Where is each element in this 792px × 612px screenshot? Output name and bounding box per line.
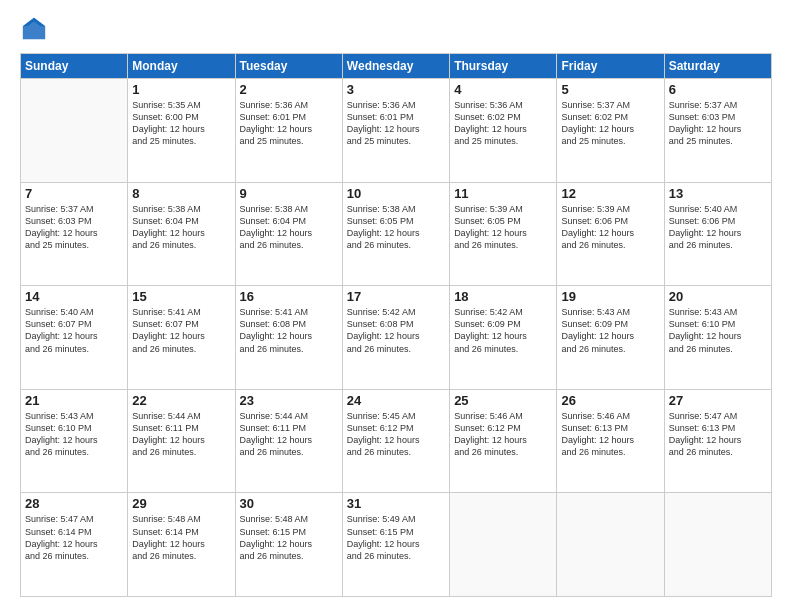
calendar-cell: 15Sunrise: 5:41 AMSunset: 6:07 PMDayligh… — [128, 286, 235, 390]
calendar-cell: 19Sunrise: 5:43 AMSunset: 6:09 PMDayligh… — [557, 286, 664, 390]
day-info: Sunrise: 5:43 AMSunset: 6:10 PMDaylight:… — [25, 410, 123, 459]
day-info: Sunrise: 5:43 AMSunset: 6:09 PMDaylight:… — [561, 306, 659, 355]
weekday-header-friday: Friday — [557, 54, 664, 79]
day-number: 17 — [347, 289, 445, 304]
day-number: 3 — [347, 82, 445, 97]
calendar-cell: 7Sunrise: 5:37 AMSunset: 6:03 PMDaylight… — [21, 182, 128, 286]
day-number: 25 — [454, 393, 552, 408]
day-number: 23 — [240, 393, 338, 408]
day-number: 20 — [669, 289, 767, 304]
day-number: 22 — [132, 393, 230, 408]
day-number: 7 — [25, 186, 123, 201]
weekday-header-tuesday: Tuesday — [235, 54, 342, 79]
day-info: Sunrise: 5:46 AMSunset: 6:13 PMDaylight:… — [561, 410, 659, 459]
day-number: 14 — [25, 289, 123, 304]
calendar-body: 1Sunrise: 5:35 AMSunset: 6:00 PMDaylight… — [21, 79, 772, 597]
day-info: Sunrise: 5:36 AMSunset: 6:01 PMDaylight:… — [240, 99, 338, 148]
calendar-cell: 22Sunrise: 5:44 AMSunset: 6:11 PMDayligh… — [128, 389, 235, 493]
calendar-cell: 3Sunrise: 5:36 AMSunset: 6:01 PMDaylight… — [342, 79, 449, 183]
day-info: Sunrise: 5:36 AMSunset: 6:02 PMDaylight:… — [454, 99, 552, 148]
calendar-cell: 12Sunrise: 5:39 AMSunset: 6:06 PMDayligh… — [557, 182, 664, 286]
calendar-cell: 29Sunrise: 5:48 AMSunset: 6:14 PMDayligh… — [128, 493, 235, 597]
calendar-cell: 6Sunrise: 5:37 AMSunset: 6:03 PMDaylight… — [664, 79, 771, 183]
calendar-cell: 18Sunrise: 5:42 AMSunset: 6:09 PMDayligh… — [450, 286, 557, 390]
day-info: Sunrise: 5:43 AMSunset: 6:10 PMDaylight:… — [669, 306, 767, 355]
day-info: Sunrise: 5:39 AMSunset: 6:05 PMDaylight:… — [454, 203, 552, 252]
day-info: Sunrise: 5:40 AMSunset: 6:07 PMDaylight:… — [25, 306, 123, 355]
day-number: 18 — [454, 289, 552, 304]
header — [20, 15, 772, 43]
day-info: Sunrise: 5:44 AMSunset: 6:11 PMDaylight:… — [240, 410, 338, 459]
day-info: Sunrise: 5:44 AMSunset: 6:11 PMDaylight:… — [132, 410, 230, 459]
calendar-table: SundayMondayTuesdayWednesdayThursdayFrid… — [20, 53, 772, 597]
day-info: Sunrise: 5:48 AMSunset: 6:14 PMDaylight:… — [132, 513, 230, 562]
calendar-cell: 11Sunrise: 5:39 AMSunset: 6:05 PMDayligh… — [450, 182, 557, 286]
calendar-cell: 10Sunrise: 5:38 AMSunset: 6:05 PMDayligh… — [342, 182, 449, 286]
day-info: Sunrise: 5:47 AMSunset: 6:13 PMDaylight:… — [669, 410, 767, 459]
calendar-cell: 27Sunrise: 5:47 AMSunset: 6:13 PMDayligh… — [664, 389, 771, 493]
day-number: 8 — [132, 186, 230, 201]
day-info: Sunrise: 5:35 AMSunset: 6:00 PMDaylight:… — [132, 99, 230, 148]
weekday-header-saturday: Saturday — [664, 54, 771, 79]
day-number: 4 — [454, 82, 552, 97]
day-number: 11 — [454, 186, 552, 201]
day-number: 21 — [25, 393, 123, 408]
calendar-cell: 23Sunrise: 5:44 AMSunset: 6:11 PMDayligh… — [235, 389, 342, 493]
day-number: 30 — [240, 496, 338, 511]
day-number: 24 — [347, 393, 445, 408]
day-number: 15 — [132, 289, 230, 304]
calendar-cell — [557, 493, 664, 597]
day-number: 12 — [561, 186, 659, 201]
day-info: Sunrise: 5:39 AMSunset: 6:06 PMDaylight:… — [561, 203, 659, 252]
day-number: 2 — [240, 82, 338, 97]
calendar-cell: 20Sunrise: 5:43 AMSunset: 6:10 PMDayligh… — [664, 286, 771, 390]
day-info: Sunrise: 5:37 AMSunset: 6:03 PMDaylight:… — [25, 203, 123, 252]
day-number: 10 — [347, 186, 445, 201]
day-info: Sunrise: 5:48 AMSunset: 6:15 PMDaylight:… — [240, 513, 338, 562]
calendar-week-row: 1Sunrise: 5:35 AMSunset: 6:00 PMDaylight… — [21, 79, 772, 183]
weekday-header-sunday: Sunday — [21, 54, 128, 79]
day-number: 19 — [561, 289, 659, 304]
calendar-cell: 21Sunrise: 5:43 AMSunset: 6:10 PMDayligh… — [21, 389, 128, 493]
day-info: Sunrise: 5:37 AMSunset: 6:03 PMDaylight:… — [669, 99, 767, 148]
calendar-week-row: 14Sunrise: 5:40 AMSunset: 6:07 PMDayligh… — [21, 286, 772, 390]
day-info: Sunrise: 5:40 AMSunset: 6:06 PMDaylight:… — [669, 203, 767, 252]
calendar-cell — [450, 493, 557, 597]
day-number: 5 — [561, 82, 659, 97]
calendar-header: SundayMondayTuesdayWednesdayThursdayFrid… — [21, 54, 772, 79]
day-number: 1 — [132, 82, 230, 97]
calendar-week-row: 28Sunrise: 5:47 AMSunset: 6:14 PMDayligh… — [21, 493, 772, 597]
calendar-cell: 25Sunrise: 5:46 AMSunset: 6:12 PMDayligh… — [450, 389, 557, 493]
calendar-cell: 28Sunrise: 5:47 AMSunset: 6:14 PMDayligh… — [21, 493, 128, 597]
day-info: Sunrise: 5:41 AMSunset: 6:08 PMDaylight:… — [240, 306, 338, 355]
calendar-week-row: 21Sunrise: 5:43 AMSunset: 6:10 PMDayligh… — [21, 389, 772, 493]
day-info: Sunrise: 5:38 AMSunset: 6:04 PMDaylight:… — [240, 203, 338, 252]
calendar-cell: 16Sunrise: 5:41 AMSunset: 6:08 PMDayligh… — [235, 286, 342, 390]
calendar-cell: 5Sunrise: 5:37 AMSunset: 6:02 PMDaylight… — [557, 79, 664, 183]
day-number: 6 — [669, 82, 767, 97]
calendar-cell: 26Sunrise: 5:46 AMSunset: 6:13 PMDayligh… — [557, 389, 664, 493]
weekday-header-wednesday: Wednesday — [342, 54, 449, 79]
calendar-week-row: 7Sunrise: 5:37 AMSunset: 6:03 PMDaylight… — [21, 182, 772, 286]
weekday-header-monday: Monday — [128, 54, 235, 79]
logo-icon — [20, 15, 48, 43]
day-info: Sunrise: 5:38 AMSunset: 6:05 PMDaylight:… — [347, 203, 445, 252]
day-number: 27 — [669, 393, 767, 408]
day-info: Sunrise: 5:37 AMSunset: 6:02 PMDaylight:… — [561, 99, 659, 148]
calendar-cell: 30Sunrise: 5:48 AMSunset: 6:15 PMDayligh… — [235, 493, 342, 597]
day-info: Sunrise: 5:47 AMSunset: 6:14 PMDaylight:… — [25, 513, 123, 562]
calendar-cell: 17Sunrise: 5:42 AMSunset: 6:08 PMDayligh… — [342, 286, 449, 390]
calendar-cell: 13Sunrise: 5:40 AMSunset: 6:06 PMDayligh… — [664, 182, 771, 286]
calendar-cell: 14Sunrise: 5:40 AMSunset: 6:07 PMDayligh… — [21, 286, 128, 390]
calendar-cell: 1Sunrise: 5:35 AMSunset: 6:00 PMDaylight… — [128, 79, 235, 183]
day-number: 26 — [561, 393, 659, 408]
day-number: 29 — [132, 496, 230, 511]
day-number: 13 — [669, 186, 767, 201]
day-info: Sunrise: 5:46 AMSunset: 6:12 PMDaylight:… — [454, 410, 552, 459]
day-number: 28 — [25, 496, 123, 511]
day-number: 31 — [347, 496, 445, 511]
day-number: 16 — [240, 289, 338, 304]
day-info: Sunrise: 5:38 AMSunset: 6:04 PMDaylight:… — [132, 203, 230, 252]
day-number: 9 — [240, 186, 338, 201]
day-info: Sunrise: 5:45 AMSunset: 6:12 PMDaylight:… — [347, 410, 445, 459]
